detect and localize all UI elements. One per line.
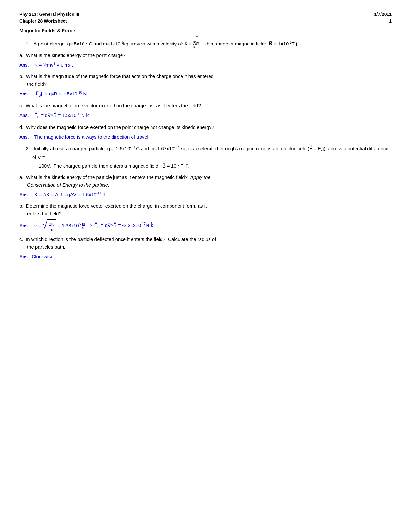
problem-2-number: 2.: [26, 146, 33, 151]
problem-2-text: 2. Initially at rest, a charged particle…: [26, 144, 392, 162]
problem-2: 2. Initially at rest, a charged particle…: [19, 144, 392, 170]
answer-1d: Ans. The magnetic force is always to the…: [19, 133, 392, 141]
problem-1-number: 1.: [26, 41, 33, 46]
answer-1c: Ans. F⃗B = qv⃗×B⃗ = 1.5x10-10N k̂: [19, 111, 392, 120]
problem-1b: b. What is the magnitude of the magnetic…: [19, 73, 392, 88]
problem-2-continued: 100V. The charged particle then enters a…: [39, 162, 392, 170]
course-title: Phy 213: General Physics III: [19, 11, 79, 18]
section-title: Magnetic Fields & Force: [19, 28, 392, 33]
header-left: Phy 213: General Physics III Chapter 28 …: [19, 11, 79, 25]
problem-1a: a. What is the kinetic energy of the poi…: [19, 52, 392, 59]
problem-2c: c. In which direction is the particle de…: [19, 235, 392, 251]
answer-2b: Ans. v = √ 2K m = 1.38x105 m s ⇒ F⃗B = q…: [19, 219, 392, 232]
problem-2a: a. What is the kinetic energy of the par…: [19, 173, 392, 189]
answer-2c: Ans. Clockwise: [19, 252, 392, 261]
problem-1c: c. What is the magnetic force vector exe…: [19, 102, 392, 110]
page-number: 1: [374, 18, 392, 25]
problem-2b: b. Determine the magnetic force vector e…: [19, 202, 392, 218]
answer-2a: Ans. K = ΔK = ΔU = qΔV = 1.6x10-17 J: [19, 190, 392, 199]
header-right: 1/7/2011 1: [374, 11, 392, 25]
date: 1/7/2011: [374, 11, 392, 18]
problem-1-text: 1. A point charge, q= 5x10-6 C and m=1x1…: [26, 36, 392, 48]
answer-1a: Ans. K = ½mv2 = 0.45 J: [19, 61, 392, 70]
page-header: Phy 213: General Physics III Chapter 28 …: [19, 11, 392, 26]
answer-1b: Ans. |F⃗B| = qvB = 1.5x10-10 N: [19, 89, 392, 99]
problem-1: 1. A point charge, q= 5x10-6 C and m=1x1…: [19, 36, 392, 48]
chapter-title: Chapter 28 Worksheet: [19, 18, 79, 25]
problem-1d: d. Why does the magnetic force exerted o…: [19, 123, 392, 131]
